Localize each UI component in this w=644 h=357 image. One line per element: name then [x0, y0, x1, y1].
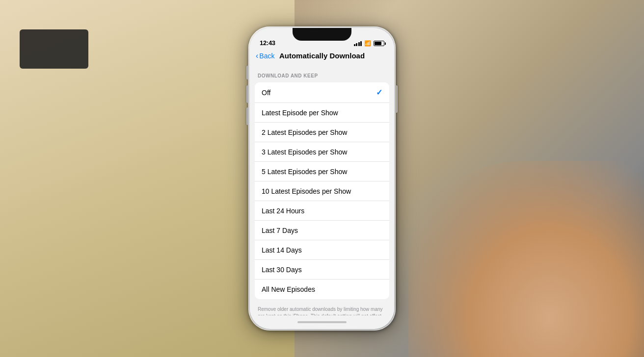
checkmark-icon: ✓ — [376, 88, 382, 97]
download-options-list: Off✓Latest Episode per Show2 Latest Epis… — [255, 82, 389, 299]
section-header: DOWNLOAD AND KEEP — [250, 64, 394, 82]
list-item[interactable]: All New Episodes — [255, 280, 389, 299]
battery-fill — [375, 42, 381, 45]
signal-bars — [354, 41, 362, 46]
silent-switch — [246, 66, 248, 79]
list-item[interactable]: 3 Latest Episodes per Show — [255, 142, 389, 162]
list-item-text: Latest Episode per Show — [262, 109, 338, 117]
list-item-text: All New Episodes — [262, 285, 315, 293]
back-chevron-icon: ‹ — [256, 51, 258, 60]
list-item[interactable]: Last 14 Days — [255, 240, 389, 260]
content-area[interactable]: DOWNLOAD AND KEEP Off✓Latest Episode per… — [250, 64, 394, 315]
signal-bar-4 — [360, 41, 362, 46]
list-item-text: 3 Latest Episodes per Show — [262, 148, 347, 156]
list-item[interactable]: 5 Latest Episodes per Show — [255, 162, 389, 181]
dark-object — [20, 29, 88, 69]
footer-text-1: Remove older automatic downloads by limi… — [250, 302, 394, 315]
status-icons: 📶 — [354, 40, 385, 47]
section-label: DOWNLOAD AND KEEP — [258, 73, 318, 78]
volume-down-button — [246, 107, 248, 125]
list-item[interactable]: Last 7 Days — [255, 221, 389, 240]
back-button[interactable]: ‹ Back — [256, 51, 274, 60]
battery-icon — [374, 41, 384, 46]
home-bar — [297, 321, 347, 323]
list-item[interactable]: 2 Latest Episodes per Show — [255, 123, 389, 142]
list-item[interactable]: Latest Episode per Show — [255, 103, 389, 123]
back-label: Back — [259, 52, 274, 60]
status-time: 12:43 — [260, 39, 275, 47]
power-button — [396, 85, 398, 113]
nav-bar: ‹ Back Automatically Download — [250, 50, 394, 64]
phone-screen: 12:43 📶 ‹ B — [250, 28, 394, 329]
list-item[interactable]: 10 Latest Episodes per Show — [255, 181, 389, 201]
wifi-icon: 📶 — [364, 40, 371, 47]
phone-case: 12:43 📶 ‹ B — [248, 26, 396, 331]
volume-up-button — [246, 85, 248, 103]
signal-bar-3 — [358, 42, 360, 46]
list-item-text: Off — [262, 89, 270, 97]
list-item-text: Last 30 Days — [262, 266, 302, 274]
signal-bar-1 — [354, 44, 355, 46]
list-item-text: 10 Latest Episodes per Show — [262, 187, 351, 195]
list-item-text: Last 7 Days — [262, 227, 298, 234]
signal-bar-2 — [356, 43, 357, 46]
home-indicator — [250, 315, 394, 329]
list-item-text: 5 Latest Episodes per Show — [262, 168, 347, 176]
list-item-text: Last 14 Days — [262, 246, 302, 254]
list-item[interactable]: Off✓ — [255, 82, 389, 103]
nav-title: Automatically Download — [279, 51, 365, 60]
phone-wrapper: 12:43 📶 ‹ B — [248, 26, 396, 331]
list-item-text: 2 Latest Episodes per Show — [262, 128, 347, 136]
list-item[interactable]: Last 30 Days — [255, 260, 389, 280]
list-item-text: Last 24 Hours — [262, 207, 304, 215]
notch — [293, 28, 351, 41]
list-item[interactable]: Last 24 Hours — [255, 201, 389, 221]
